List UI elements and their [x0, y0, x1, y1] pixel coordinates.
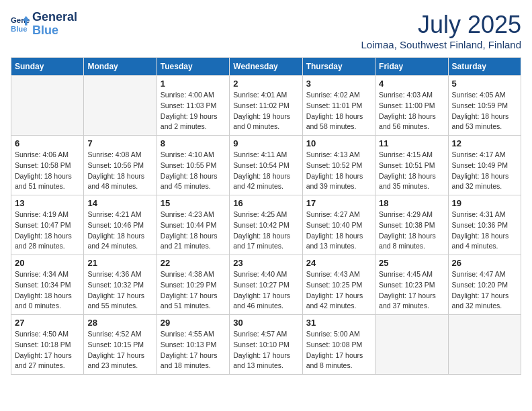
- day-info: Sunrise: 4:34 AM Sunset: 10:34 PM Daylig…: [15, 269, 80, 312]
- day-info: Sunrise: 4:00 AM Sunset: 11:03 PM Daylig…: [161, 90, 226, 132]
- day-number: 2: [233, 79, 298, 89]
- day-info: Sunrise: 4:10 AM Sunset: 10:55 PM Daylig…: [161, 150, 226, 192]
- month-title: July 2025: [361, 11, 521, 39]
- day-info: Sunrise: 4:25 AM Sunset: 10:42 PM Daylig…: [233, 210, 298, 252]
- day-number: 19: [452, 198, 517, 208]
- day-number: 21: [87, 258, 152, 268]
- calendar-cell: [84, 76, 157, 136]
- calendar-cell: 28Sunrise: 4:52 AM Sunset: 10:15 PM Dayl…: [84, 315, 157, 375]
- calendar-cell: 30Sunrise: 4:57 AM Sunset: 10:10 PM Dayl…: [230, 315, 302, 375]
- weekday-header-row: SundayMondayTuesdayWednesdayThursdayFrid…: [11, 58, 521, 76]
- calendar-cell: 25Sunrise: 4:45 AM Sunset: 10:23 PM Dayl…: [375, 255, 448, 315]
- day-number: 5: [452, 79, 517, 89]
- day-info: Sunrise: 4:50 AM Sunset: 10:18 PM Daylig…: [15, 329, 80, 371]
- day-info: Sunrise: 4:13 AM Sunset: 10:52 PM Daylig…: [306, 150, 371, 192]
- day-number: 13: [15, 198, 80, 208]
- weekday-header-saturday: Saturday: [448, 58, 521, 76]
- title-block: July 2025 Loimaa, Southwest Finland, Fin…: [361, 11, 521, 50]
- day-info: Sunrise: 4:19 AM Sunset: 10:47 PM Daylig…: [15, 210, 80, 252]
- day-info: Sunrise: 4:27 AM Sunset: 10:40 PM Daylig…: [306, 210, 371, 252]
- calendar-cell: 2Sunrise: 4:01 AM Sunset: 11:02 PM Dayli…: [230, 76, 302, 136]
- day-number: 11: [379, 138, 444, 148]
- calendar-cell: 29Sunrise: 4:55 AM Sunset: 10:13 PM Dayl…: [157, 315, 229, 375]
- day-info: Sunrise: 4:29 AM Sunset: 10:38 PM Daylig…: [379, 210, 444, 252]
- day-number: 15: [161, 198, 226, 208]
- calendar-cell: 13Sunrise: 4:19 AM Sunset: 10:47 PM Dayl…: [11, 195, 84, 255]
- calendar-cell: 21Sunrise: 4:36 AM Sunset: 10:32 PM Dayl…: [84, 255, 157, 315]
- weekday-header-friday: Friday: [375, 58, 448, 76]
- day-info: Sunrise: 4:17 AM Sunset: 10:49 PM Daylig…: [452, 150, 517, 192]
- calendar-cell: 31Sunrise: 5:00 AM Sunset: 10:08 PM Dayl…: [302, 315, 375, 375]
- day-number: 28: [87, 318, 152, 328]
- day-info: Sunrise: 4:15 AM Sunset: 10:51 PM Daylig…: [379, 150, 444, 192]
- day-info: Sunrise: 4:57 AM Sunset: 10:10 PM Daylig…: [233, 329, 298, 371]
- svg-text:Blue: Blue: [11, 24, 28, 32]
- day-info: Sunrise: 4:05 AM Sunset: 10:59 PM Daylig…: [452, 90, 517, 132]
- day-info: Sunrise: 4:36 AM Sunset: 10:32 PM Daylig…: [87, 269, 152, 312]
- day-info: Sunrise: 4:45 AM Sunset: 10:23 PM Daylig…: [379, 269, 444, 312]
- day-number: 18: [379, 198, 444, 208]
- calendar-cell: 15Sunrise: 4:23 AM Sunset: 10:44 PM Dayl…: [157, 195, 229, 255]
- day-info: Sunrise: 4:06 AM Sunset: 10:58 PM Daylig…: [15, 150, 80, 192]
- logo-text: General Blue: [32, 11, 77, 38]
- day-number: 10: [306, 138, 371, 148]
- calendar-cell: 14Sunrise: 4:21 AM Sunset: 10:46 PM Dayl…: [84, 195, 157, 255]
- calendar-cell: 11Sunrise: 4:15 AM Sunset: 10:51 PM Dayl…: [375, 136, 448, 195]
- day-number: 31: [306, 318, 371, 328]
- week-row-4: 20Sunrise: 4:34 AM Sunset: 10:34 PM Dayl…: [11, 255, 521, 315]
- day-number: 3: [306, 79, 371, 89]
- day-number: 7: [87, 138, 152, 148]
- week-row-5: 27Sunrise: 4:50 AM Sunset: 10:18 PM Dayl…: [11, 315, 521, 375]
- weekday-header-monday: Monday: [84, 58, 157, 76]
- calendar-cell: [11, 76, 84, 136]
- calendar-cell: 8Sunrise: 4:10 AM Sunset: 10:55 PM Dayli…: [157, 136, 229, 195]
- day-number: 27: [15, 318, 80, 328]
- day-info: Sunrise: 4:31 AM Sunset: 10:36 PM Daylig…: [452, 210, 517, 252]
- day-number: 6: [15, 138, 80, 148]
- day-number: 4: [379, 79, 444, 89]
- day-info: Sunrise: 4:55 AM Sunset: 10:13 PM Daylig…: [161, 329, 226, 371]
- calendar-cell: 22Sunrise: 4:38 AM Sunset: 10:29 PM Dayl…: [157, 255, 229, 315]
- calendar-cell: [448, 315, 521, 375]
- calendar-cell: 17Sunrise: 4:27 AM Sunset: 10:40 PM Dayl…: [302, 195, 375, 255]
- calendar-table: SundayMondayTuesdayWednesdayThursdayFrid…: [11, 57, 521, 375]
- calendar-cell: [375, 315, 448, 375]
- day-info: Sunrise: 4:43 AM Sunset: 10:25 PM Daylig…: [306, 269, 371, 312]
- weekday-header-tuesday: Tuesday: [157, 58, 229, 76]
- day-info: Sunrise: 4:21 AM Sunset: 10:46 PM Daylig…: [87, 210, 152, 252]
- calendar-cell: 1Sunrise: 4:00 AM Sunset: 11:03 PM Dayli…: [157, 76, 229, 136]
- weekday-header-wednesday: Wednesday: [230, 58, 302, 76]
- week-row-3: 13Sunrise: 4:19 AM Sunset: 10:47 PM Dayl…: [11, 195, 521, 255]
- day-number: 14: [87, 198, 152, 208]
- calendar-cell: 6Sunrise: 4:06 AM Sunset: 10:58 PM Dayli…: [11, 136, 84, 195]
- day-info: Sunrise: 4:01 AM Sunset: 11:02 PM Daylig…: [233, 90, 298, 132]
- day-number: 16: [233, 198, 298, 208]
- day-info: Sunrise: 4:47 AM Sunset: 10:20 PM Daylig…: [452, 269, 517, 312]
- page-header: General Blue General Blue July 2025 Loim…: [11, 11, 521, 50]
- day-info: Sunrise: 4:52 AM Sunset: 10:15 PM Daylig…: [87, 329, 152, 371]
- day-number: 9: [233, 138, 298, 148]
- calendar-cell: 9Sunrise: 4:11 AM Sunset: 10:54 PM Dayli…: [230, 136, 302, 195]
- day-info: Sunrise: 4:40 AM Sunset: 10:27 PM Daylig…: [233, 269, 298, 312]
- calendar-cell: 3Sunrise: 4:02 AM Sunset: 11:01 PM Dayli…: [302, 76, 375, 136]
- calendar-cell: 5Sunrise: 4:05 AM Sunset: 10:59 PM Dayli…: [448, 76, 521, 136]
- logo-icon: General Blue: [11, 15, 30, 34]
- week-row-2: 6Sunrise: 4:06 AM Sunset: 10:58 PM Dayli…: [11, 136, 521, 195]
- week-row-1: 1Sunrise: 4:00 AM Sunset: 11:03 PM Dayli…: [11, 76, 521, 136]
- calendar-cell: 18Sunrise: 4:29 AM Sunset: 10:38 PM Dayl…: [375, 195, 448, 255]
- day-number: 1: [161, 79, 226, 89]
- weekday-header-sunday: Sunday: [11, 58, 84, 76]
- day-info: Sunrise: 4:03 AM Sunset: 11:00 PM Daylig…: [379, 90, 444, 132]
- calendar-cell: 4Sunrise: 4:03 AM Sunset: 11:00 PM Dayli…: [375, 76, 448, 136]
- day-number: 20: [15, 258, 80, 268]
- day-number: 23: [233, 258, 298, 268]
- day-info: Sunrise: 4:11 AM Sunset: 10:54 PM Daylig…: [233, 150, 298, 192]
- calendar-cell: 12Sunrise: 4:17 AM Sunset: 10:49 PM Dayl…: [448, 136, 521, 195]
- day-info: Sunrise: 5:00 AM Sunset: 10:08 PM Daylig…: [306, 329, 371, 371]
- calendar-cell: 16Sunrise: 4:25 AM Sunset: 10:42 PM Dayl…: [230, 195, 302, 255]
- day-info: Sunrise: 4:02 AM Sunset: 11:01 PM Daylig…: [306, 90, 371, 132]
- day-number: 26: [452, 258, 517, 268]
- day-number: 29: [161, 318, 226, 328]
- calendar-cell: 27Sunrise: 4:50 AM Sunset: 10:18 PM Dayl…: [11, 315, 84, 375]
- day-number: 17: [306, 198, 371, 208]
